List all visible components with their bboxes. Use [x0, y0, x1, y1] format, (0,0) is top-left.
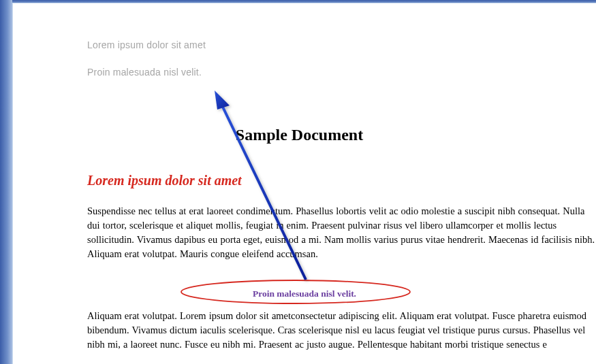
header-line-1: Lorem ipsum dolor sit amet	[87, 39, 206, 51]
body-paragraph-1: Suspendisse nec tellus at erat laoreet c…	[87, 204, 596, 261]
window-chrome-left	[0, 0, 12, 364]
document-page[interactable]: Lorem ipsum dolor sit amet Proin malesua…	[13, 3, 596, 364]
header-line-2: Proin malesuada nisl velit.	[87, 66, 206, 78]
callout-container: Proin malesuada nisl velit.	[13, 286, 596, 303]
svg-marker-2	[215, 90, 230, 110]
document-title: Sample Document	[13, 126, 586, 144]
callout-text: Proin malesuada nisl velit.	[228, 286, 381, 303]
page-header: Lorem ipsum dolor sit amet Proin malesua…	[87, 39, 206, 93]
body-paragraph-2: Aliquam erat volutpat. Lorem ipsum dolor…	[87, 309, 596, 352]
section-heading: Lorem ipsum dolor sit amet	[87, 173, 242, 188]
